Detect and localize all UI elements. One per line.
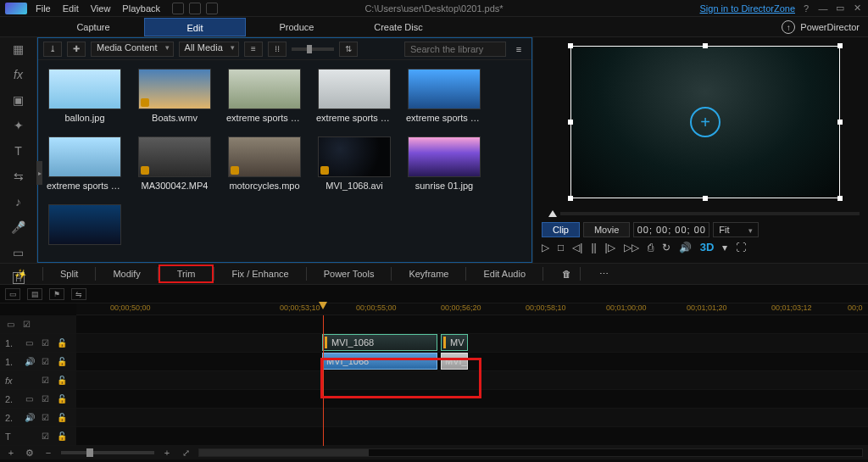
track-options-button[interactable]: ⚙: [24, 448, 36, 458]
view-grid-icon[interactable]: ⁞⁞: [268, 42, 287, 57]
more-actions-button[interactable]: ⋯: [591, 269, 617, 280]
room-pip-icon[interactable]: ▣: [13, 93, 24, 107]
media-thumb[interactable]: extreme sports 01.j…: [226, 69, 303, 123]
media-thumb[interactable]: MVI_1068.avi: [316, 136, 392, 191]
modify-button[interactable]: Modify: [96, 263, 157, 285]
sort-button[interactable]: ⇅: [339, 42, 358, 57]
menu-playback[interactable]: Playback: [122, 3, 160, 14]
timecode-display[interactable]: 00; 00; 00; 00: [633, 222, 709, 237]
close-button[interactable]: ✕: [851, 3, 863, 14]
help-button[interactable]: ?: [800, 3, 812, 14]
track-visible-toggle[interactable]: ☑: [40, 431, 51, 441]
minimize-button[interactable]: —: [817, 3, 829, 14]
track-lock-toggle[interactable]: 🔓: [56, 376, 67, 385]
timeline-clip-video[interactable]: MV: [441, 334, 468, 351]
signin-link[interactable]: Sign in to DirectorZone: [700, 3, 796, 14]
timeline-ruler[interactable]: 00;00;50;00 00;00;53;10 00;00;55;00 00;0…: [76, 303, 868, 315]
timeline-marker-icon[interactable]: ⚑: [49, 288, 64, 300]
track-title-lane[interactable]: [76, 427, 868, 445]
media-thumb[interactable]: MA300042.MP4: [136, 136, 213, 191]
upload-icon[interactable]: ↑: [782, 20, 795, 34]
timeline-scrollbar[interactable]: [198, 448, 863, 457]
media-thumb[interactable]: extreme sports 03.j…: [406, 69, 482, 123]
track-lock-toggle[interactable]: 🔓: [56, 338, 67, 348]
room-media-icon[interactable]: ▦: [13, 42, 24, 56]
preview-canvas[interactable]: +: [570, 46, 840, 198]
track-2-audio-lane[interactable]: [76, 409, 868, 426]
track-visible-toggle[interactable]: ☑: [40, 357, 51, 366]
resize-handle[interactable]: [703, 43, 708, 48]
toolbar-undo-icon[interactable]: [189, 3, 201, 14]
timeline-clip-video[interactable]: MVI_1068: [322, 334, 437, 351]
magic-tools-icon[interactable]: ✨: [0, 269, 42, 280]
resize-handle[interactable]: [703, 196, 708, 201]
center-anchor-icon[interactable]: +: [690, 107, 721, 137]
keyframe-button[interactable]: Keyframe: [392, 263, 465, 285]
fit-zoom-button[interactable]: ⤢: [180, 448, 192, 458]
media-thumb[interactable]: ballon.jpg: [47, 69, 123, 123]
zoom-select[interactable]: Fit: [713, 222, 759, 237]
maximize-button[interactable]: ▭: [834, 3, 846, 14]
import-button[interactable]: ⤓: [43, 42, 62, 57]
resize-handle[interactable]: [568, 120, 573, 125]
track-2-video-lane[interactable]: [76, 390, 868, 408]
room-transition-icon[interactable]: ⇆: [14, 170, 24, 183]
library-menu-button[interactable]: ≡: [511, 44, 526, 54]
menu-view[interactable]: View: [91, 3, 111, 14]
toolbar-save-icon[interactable]: [172, 3, 184, 14]
mode-produce[interactable]: Produce: [246, 18, 348, 36]
resize-handle[interactable]: [837, 120, 843, 125]
preview-pop-out-button[interactable]: ⛶: [736, 242, 746, 253]
timeline-view-1-icon[interactable]: ▭: [5, 288, 20, 300]
resize-handle[interactable]: [837, 196, 843, 201]
playhead-icon[interactable]: [548, 210, 557, 217]
track-visible-toggle[interactable]: ☑: [40, 413, 51, 422]
fix-enhance-button[interactable]: Fix / Enhance: [214, 263, 305, 285]
rail-expand-toggle[interactable]: ▸: [36, 161, 42, 185]
mode-capture[interactable]: Capture: [42, 18, 144, 36]
track-lock-toggle[interactable]: 🔓: [56, 413, 67, 422]
add-track-button[interactable]: +: [5, 448, 17, 458]
playhead-handle[interactable]: [319, 302, 328, 311]
zoom-slider[interactable]: [61, 451, 154, 454]
view-list-icon[interactable]: ≡: [244, 42, 263, 57]
zoom-out-button[interactable]: −: [42, 448, 54, 458]
stop-button[interactable]: □: [558, 242, 564, 253]
track-visible-toggle[interactable]: ☑: [40, 338, 51, 348]
preview-mode-clip[interactable]: Clip: [542, 222, 580, 237]
pause-button[interactable]: ||: [591, 242, 596, 253]
3d-button[interactable]: 3D: [700, 241, 715, 253]
room-title-icon[interactable]: T: [14, 144, 22, 158]
next-frame-button[interactable]: |▷: [605, 242, 615, 253]
media-thumb[interactable]: sunrise 01.jpg: [406, 136, 482, 191]
timeline-clip-audio[interactable]: MVI_1068: [322, 353, 437, 370]
room-voice-icon[interactable]: 🎤: [11, 220, 25, 234]
track-lock-toggle[interactable]: 🔓: [56, 394, 67, 404]
preview-seek-bar[interactable]: [533, 209, 868, 219]
menu-file[interactable]: File: [36, 3, 51, 14]
plugin-button[interactable]: ✚: [67, 42, 86, 57]
prev-frame-button[interactable]: ◁|: [572, 242, 582, 253]
media-thumb[interactable]: motorcycles.mpo: [226, 136, 303, 191]
track-fx-lane[interactable]: [76, 371, 868, 389]
room-select[interactable]: Media Content: [91, 42, 174, 57]
room-audio-icon[interactable]: ♪: [15, 195, 21, 209]
fast-forward-button[interactable]: ▷▷: [624, 242, 639, 253]
preview-mode-movie[interactable]: Movie: [583, 222, 630, 237]
track-1-video-lane[interactable]: MVI_1068 MV: [76, 334, 868, 352]
media-thumb[interactable]: [47, 204, 123, 248]
timeline-link-icon[interactable]: ⇋: [71, 288, 86, 300]
track-visible-toggle[interactable]: ☑: [40, 376, 51, 385]
resize-handle[interactable]: [568, 196, 573, 201]
room-particle-icon[interactable]: ✦: [14, 119, 24, 132]
track-1-audio-lane[interactable]: MVI_1068 MVI_1: [76, 353, 868, 370]
mode-edit[interactable]: Edit: [144, 18, 246, 36]
menu-edit[interactable]: Edit: [63, 3, 79, 14]
resize-handle[interactable]: [568, 43, 573, 48]
timeline-view-2-icon[interactable]: ▤: [27, 288, 42, 300]
delete-button[interactable]: 🗑: [554, 269, 580, 279]
trim-button[interactable]: Trim: [159, 264, 214, 283]
track-header-vid-icon[interactable]: ▭: [5, 320, 16, 329]
preview-stage[interactable]: +: [533, 37, 868, 209]
edit-audio-button[interactable]: Edit Audio: [466, 263, 542, 285]
